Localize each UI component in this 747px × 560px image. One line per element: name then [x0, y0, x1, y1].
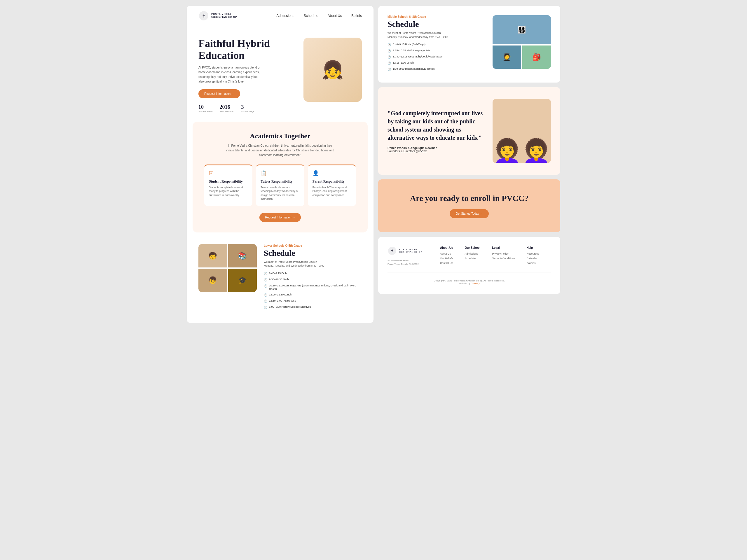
quote-image: 👩‍🦱👩‍🦱 — [493, 99, 551, 163]
quote-section: "God completely interrupted our lives by… — [378, 87, 560, 175]
lower-schedule-location: We meet at Ponte Vedra Presbyterian Chur… — [264, 260, 362, 268]
lower-img-grid: 🧒 📚 👦 🎓 — [199, 244, 257, 292]
list-item: 🕐 12:00–12:30 Lunch — [264, 293, 362, 297]
middle-schedule-section: Middle School: 6–8th Grade Schedule We m… — [378, 6, 560, 83]
footer-brand: ✝ PONTE VEDRA CHRISTIAN CO-OP 4510 Palm … — [387, 246, 428, 267]
quote-text: "God completely interrupted our lives by… — [387, 109, 486, 142]
middle-schedule-location: We meet at Ponte Vedra Presbyterian Chur… — [387, 31, 486, 39]
logo-area: ✝ PONTE VEDRA CHRISTIAN CO-OP — [199, 10, 237, 21]
footer-section: ✝ PONTE VEDRA CHRISTIAN CO-OP 4510 Palm … — [378, 237, 560, 294]
list-item: 🕐 1:00–2:00 History/Science/Electives — [387, 67, 486, 72]
list-item: 🕐 9:15–10:25 Math/Language Arts — [387, 49, 486, 53]
student-icon: ☑ — [209, 170, 248, 177]
lower-img-3: 👦 — [199, 269, 227, 292]
logo-icon: ✝ — [199, 10, 209, 21]
nav-schedule[interactable]: Schedule — [304, 14, 318, 18]
academics-cta-wrap: Request Information → — [204, 213, 356, 222]
hero-section: Faithful Hybrid Education At PVCC, stude… — [187, 26, 374, 122]
hero-description: At PVCC, students enjoy a harmonious ble… — [199, 65, 263, 84]
list-item: 🕐 12:30–1:00 PE/Recess — [264, 299, 362, 303]
academics-section: Academics Together In Ponte Vedra Christ… — [192, 122, 368, 233]
footer-col-school: Our School Admissions Schedule — [465, 246, 481, 267]
footer-resources-link[interactable]: Resources — [526, 252, 539, 255]
footer-privacy-link[interactable]: Privacy Policy — [492, 252, 515, 255]
middle-schedule-content: Middle School: 6–8th Grade Schedule We m… — [387, 15, 486, 73]
lower-grade-label: Lower School: K–5th Grade — [264, 244, 362, 247]
hero-stats: 10 Student Ratio 2016 Year Founded 3 Sch… — [199, 104, 298, 113]
footer-calendar-link[interactable]: Calendar — [526, 257, 539, 260]
footer-beliefs-link[interactable]: Our Beliefs — [440, 257, 453, 260]
middle-schedule-list: 🕐 8:40–9:15 Bible (Girls/Boys) 🕐 9:15–10… — [387, 43, 486, 72]
nav-beliefs[interactable]: Beliefs — [351, 14, 362, 18]
navigation: ✝ PONTE VEDRA CHRISTIAN CO-OP Admissions… — [187, 6, 374, 26]
stat-days: 3 School Days — [241, 104, 254, 113]
clock-icon-6: 🕐 — [264, 305, 267, 310]
footer-about-us-link[interactable]: About Us — [440, 252, 453, 255]
academics-cta-button[interactable]: Request Information → — [259, 213, 301, 222]
footer-contact-link[interactable]: Contact Us — [440, 262, 453, 265]
hero-image-placeholder: 👧 — [304, 37, 362, 102]
lower-schedule-images: 🧒 📚 👦 🎓 — [199, 244, 257, 292]
nav-about[interactable]: About Us — [328, 14, 342, 18]
svg-text:✝: ✝ — [390, 249, 394, 253]
footer-admissions-link[interactable]: Admissions — [465, 252, 481, 255]
list-item: 🕐 10:30–12:00 Language Arts (Grammar, IE… — [264, 284, 362, 291]
parent-card-title: Parent Responsibility — [312, 179, 351, 184]
footer-colowity-link[interactable]: Colowity — [471, 282, 480, 285]
tutors-card-title: Tutors Responsibility — [261, 179, 300, 184]
footer-top: ✝ PONTE VEDRA CHRISTIAN CO-OP 4510 Palm … — [387, 246, 551, 273]
clock-icon-2: 🕐 — [264, 278, 267, 282]
academics-title: Academics Together — [204, 132, 356, 140]
middle-img-grid: 👨‍👩‍👧‍👦 🧑‍🎓 🎒 — [493, 15, 551, 69]
parent-icon: 👤 — [312, 170, 351, 177]
student-card-desc: Students complete homework, ready to pro… — [209, 186, 248, 197]
middle-img-3: 🎒 — [522, 46, 551, 69]
right-panel: Middle School: 6–8th Grade Schedule We m… — [378, 6, 560, 323]
middle-schedule-title: Schedule — [387, 20, 486, 29]
student-card: ☑ Student Responsibility Students comple… — [204, 164, 252, 206]
hero-content: Faithful Hybrid Education At PVCC, stude… — [199, 37, 298, 113]
footer-terms-link[interactable]: Terms & Conditions — [492, 257, 515, 260]
footer-col-legal: Legal Privacy Policy Terms & Conditions — [492, 246, 515, 267]
clock-icon-m4: 🕐 — [387, 61, 391, 65]
footer-policies-link[interactable]: Policies — [526, 262, 539, 265]
hero-cta-button[interactable]: Request Information → — [199, 89, 240, 98]
student-card-title: Student Responsibility — [209, 179, 248, 184]
enroll-title: Are you ready to enroll in PVCC? — [387, 193, 551, 203]
footer-col-help: Help Resources Calendar Policies — [526, 246, 539, 267]
page-wrapper: ✝ PONTE VEDRA CHRISTIAN CO-OP Admissions… — [187, 6, 560, 323]
list-item: 🕐 12:15–1:00 Lunch — [387, 61, 486, 65]
stat-founded: 2016 Year Founded — [220, 104, 234, 113]
footer-schedule-link[interactable]: Schedule — [465, 257, 481, 260]
list-item: 🕐 8:40–9:15 Bible (Girls/Boys) — [387, 43, 486, 47]
lower-img-2: 📚 — [228, 244, 257, 267]
responsibility-cards: ☑ Student Responsibility Students comple… — [204, 164, 356, 206]
enroll-cta-button[interactable]: Get Started Today → — [450, 209, 488, 218]
footer-bottom: Copyright © 2023 Ponte Vedra Christian C… — [387, 279, 551, 285]
svg-text:✝: ✝ — [202, 14, 206, 18]
academics-description: In Ponte Vedra Christian Co-op, children… — [225, 143, 336, 158]
footer-logo-icon: ✝ — [387, 246, 397, 256]
clock-icon-m1: 🕐 — [387, 43, 391, 47]
stat-ratio: 10 Student Ratio — [199, 104, 212, 113]
clock-icon-4: 🕐 — [264, 293, 267, 297]
footer-address: 4510 Palm Valley Rd Ponte Vedra Beach, F… — [387, 259, 428, 267]
lower-schedule-content: Lower School: K–5th Grade Schedule We me… — [264, 244, 362, 311]
middle-img-2: 🧑‍🎓 — [493, 46, 521, 69]
list-item: 🕐 11:30–12:15 Geography/Logic/Health/Ste… — [387, 55, 486, 59]
nav-admissions[interactable]: Admissions — [276, 14, 294, 18]
clock-icon-m2: 🕐 — [387, 49, 391, 53]
tutors-card: 📋 Tutors Responsibility Tutors provide c… — [256, 164, 304, 206]
lower-schedule-section: 🧒 📚 👦 🎓 Lower School: K–5th Grade Schedu… — [187, 238, 374, 323]
footer-logo: ✝ PONTE VEDRA CHRISTIAN CO-OP — [387, 246, 428, 256]
footer-logo-text: PONTE VEDRA CHRISTIAN CO-OP — [399, 248, 422, 254]
hero-title: Faithful Hybrid Education — [199, 37, 298, 62]
quote-content: "God completely interrupted our lives by… — [387, 109, 486, 153]
tutors-icon: 📋 — [261, 170, 300, 177]
lower-img-4: 🎓 — [228, 269, 257, 292]
clock-icon-3: 🕐 — [264, 284, 267, 288]
clock-icon-1: 🕐 — [264, 272, 267, 276]
list-item: 🕐 9:30–10:30 Math — [264, 278, 362, 282]
lower-img-1: 🧒 — [199, 244, 227, 267]
lower-schedule-list: 🕐 8:40–9:15 Bible 🕐 9:30–10:30 Math 🕐 10… — [264, 271, 362, 310]
